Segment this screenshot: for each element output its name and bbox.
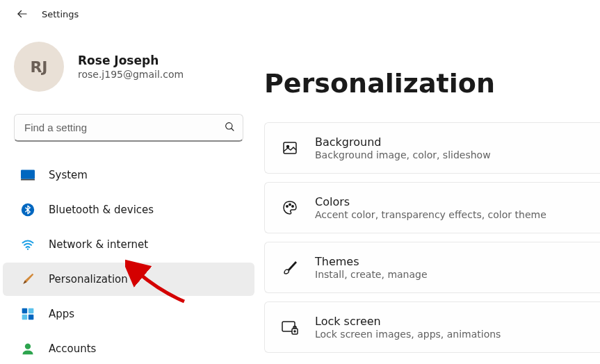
profile-name: Rose Joseph <box>78 53 184 67</box>
svg-rect-8 <box>29 308 34 314</box>
svg-line-2 <box>232 129 234 131</box>
card-colors[interactable]: Colors Accent color, transparency effect… <box>264 182 600 233</box>
card-subtitle: Accent color, transparency effects, colo… <box>315 209 546 220</box>
sidebar-item-network[interactable]: Network & internet <box>3 228 254 261</box>
search-input[interactable] <box>14 114 243 142</box>
sidebar: RJ Rose Joseph rose.j195@gmail.com Syste… <box>0 28 257 364</box>
svg-rect-9 <box>22 315 28 320</box>
card-subtitle: Lock screen images, apps, animations <box>315 329 501 340</box>
sidebar-item-accounts[interactable]: Accounts <box>3 332 254 364</box>
sidebar-item-label: Network & internet <box>49 238 148 251</box>
svg-rect-4 <box>21 179 35 181</box>
search-icon <box>224 121 235 135</box>
wifi-icon <box>19 236 36 253</box>
svg-point-13 <box>287 146 289 148</box>
app-title: Settings <box>42 9 79 19</box>
profile-email: rose.j195@gmail.com <box>78 69 184 80</box>
card-title: Lock screen <box>315 315 501 328</box>
card-title: Colors <box>315 195 546 208</box>
palette-icon <box>279 197 301 219</box>
svg-rect-10 <box>29 315 34 320</box>
apps-icon <box>19 306 36 322</box>
avatar: RJ <box>14 42 64 92</box>
svg-point-15 <box>289 204 291 205</box>
card-title: Background <box>315 135 491 149</box>
lock-screen-icon <box>279 316 301 338</box>
image-icon <box>279 137 301 159</box>
back-button[interactable] <box>14 6 31 22</box>
card-subtitle: Background image, color, slideshow <box>315 149 491 160</box>
titlebar: Settings <box>0 0 600 28</box>
sidebar-item-personalization[interactable]: Personalization <box>3 263 254 296</box>
sidebar-item-label: Apps <box>49 308 74 320</box>
search-box[interactable] <box>14 114 243 142</box>
card-lock-screen[interactable]: Lock screen Lock screen images, apps, an… <box>264 301 600 353</box>
svg-point-19 <box>294 331 295 332</box>
sidebar-item-apps[interactable]: Apps <box>3 297 254 331</box>
arrow-left-icon <box>16 8 29 20</box>
card-subtitle: Install, create, manage <box>315 269 428 280</box>
svg-rect-7 <box>22 308 28 314</box>
system-icon <box>19 167 36 183</box>
sidebar-item-label: Personalization <box>49 273 128 286</box>
svg-point-11 <box>25 344 31 349</box>
sidebar-nav: System Bluetooth & devices Network & int… <box>0 154 257 364</box>
page-title: Personalization <box>264 68 600 99</box>
svg-point-16 <box>292 206 293 207</box>
sidebar-item-label: Bluetooth & devices <box>49 204 154 216</box>
main-content: Personalization Background Background im… <box>257 28 600 364</box>
brush-icon <box>279 256 301 279</box>
card-themes[interactable]: Themes Install, create, manage <box>264 242 600 293</box>
account-profile[interactable]: RJ Rose Joseph rose.j195@gmail.com <box>0 42 257 106</box>
sidebar-item-system[interactable]: System <box>3 158 254 192</box>
paintbrush-icon <box>19 271 36 288</box>
accounts-icon <box>19 340 36 357</box>
svg-point-14 <box>286 206 288 207</box>
card-background[interactable]: Background Background image, color, slid… <box>264 122 600 174</box>
svg-point-6 <box>27 249 29 250</box>
card-title: Themes <box>315 255 428 268</box>
sidebar-item-bluetooth[interactable]: Bluetooth & devices <box>3 193 254 226</box>
sidebar-item-label: System <box>49 169 88 181</box>
svg-rect-3 <box>21 170 35 179</box>
bluetooth-icon <box>19 201 36 218</box>
sidebar-item-label: Accounts <box>49 342 96 355</box>
